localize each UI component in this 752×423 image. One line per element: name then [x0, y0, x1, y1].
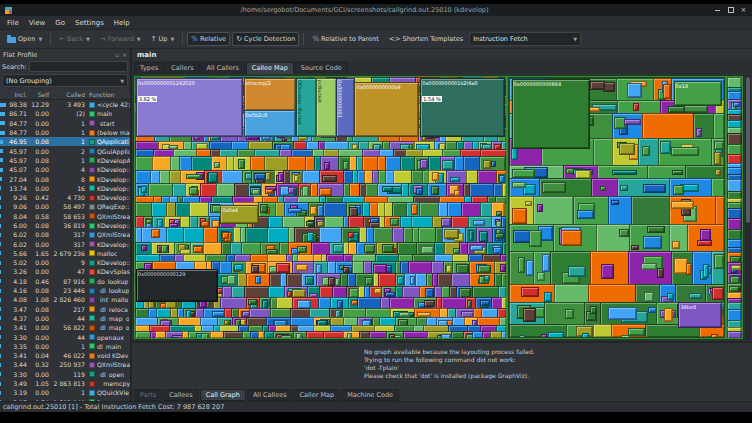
map-region[interactable]: QDevelop::Bucket — [296, 78, 317, 137]
map-cell[interactable] — [566, 324, 595, 338]
map-cell[interactable] — [296, 333, 302, 338]
map-cell[interactable] — [238, 159, 244, 169]
tab-machine-code[interactable]: Machine Code — [341, 389, 399, 401]
map-cell[interactable] — [499, 175, 506, 183]
map-cell[interactable] — [227, 275, 236, 285]
table-row[interactable]: 3.440.32250 937QXmlStrea — [0, 360, 130, 369]
map-cell[interactable] — [470, 245, 483, 250]
table-row[interactable]: 45.970.002QGuiApplic — [0, 146, 130, 155]
table-row[interactable]: 6.020.00317KDevelop:: — [0, 239, 130, 248]
map-cell[interactable] — [420, 159, 428, 170]
map-cell[interactable] — [151, 229, 160, 238]
map-cell[interactable] — [565, 309, 574, 319]
map-cell[interactable] — [643, 236, 662, 249]
map-cell[interactable] — [633, 103, 640, 111]
map-cell[interactable] — [641, 263, 657, 270]
map-cell[interactable] — [509, 178, 542, 198]
map-cell[interactable] — [509, 196, 535, 226]
map-region[interactable]: 0x0000000001 — [336, 78, 354, 137]
table-row[interactable]: 3.190.001QQuickVie — [0, 388, 130, 397]
scrollbar-thumb[interactable] — [746, 77, 750, 223]
map-cell[interactable] — [288, 187, 296, 194]
map-cell[interactable] — [523, 308, 535, 322]
map-cell[interactable] — [479, 276, 485, 284]
map-cell[interactable] — [631, 245, 639, 250]
map-cell[interactable] — [672, 170, 682, 176]
map-cell[interactable] — [696, 128, 702, 137]
map-cell[interactable] — [642, 113, 695, 140]
map-cell[interactable] — [590, 81, 606, 90]
map-cell[interactable] — [252, 189, 259, 195]
table-row[interactable]: 9.260.424 730KDevelop:: — [0, 193, 130, 202]
map-cell[interactable] — [348, 232, 354, 238]
map-cell[interactable] — [668, 106, 685, 114]
map-cell[interactable] — [715, 196, 725, 226]
map-cell[interactable] — [664, 308, 673, 322]
table-row[interactable]: 84.770.001(below main) — [0, 128, 130, 137]
map-cell[interactable] — [399, 312, 410, 317]
maximize-button[interactable] — [727, 7, 734, 14]
tab-caller-map[interactable]: Caller Map — [294, 389, 341, 401]
map-cell[interactable] — [509, 224, 555, 253]
map-cell[interactable] — [553, 224, 598, 253]
table-row[interactable]: 5.661.652 679 236malloc — [0, 249, 130, 258]
map-cell[interactable] — [444, 229, 459, 239]
column-incl[interactable]: Incl. — [0, 91, 29, 98]
map-cell[interactable] — [550, 251, 592, 286]
cycle-detection-toggle[interactable]: ↻ Cycle Detection — [232, 32, 299, 46]
map-cell[interactable] — [700, 229, 711, 242]
map-cell[interactable] — [628, 328, 645, 336]
map-cell[interactable] — [511, 147, 518, 160]
map-cell[interactable] — [658, 138, 714, 167]
map-cell[interactable] — [620, 185, 628, 191]
table-row[interactable]: 13.740.0016KDevelop:: — [0, 184, 130, 193]
grouping-combobox[interactable]: (No Grouping) ▼ — [2, 74, 128, 87]
map-cell[interactable] — [403, 331, 429, 338]
map-cell[interactable] — [450, 177, 461, 182]
map-cell[interactable] — [467, 300, 472, 308]
map-cell[interactable] — [687, 224, 725, 253]
map-cell[interactable] — [389, 334, 395, 338]
map-cell[interactable] — [713, 113, 725, 140]
map-cell[interactable] — [427, 331, 453, 338]
shorten-templates-toggle[interactable]: <> Shorten Templates — [385, 32, 467, 46]
map-region[interactable]: 0x5b2c8 — [244, 110, 296, 137]
map-cell[interactable] — [715, 169, 721, 176]
map-region[interactable]: 0x0000000000129 — [136, 269, 218, 301]
table-row[interactable]: 98.3812.293 493<cycle 42> — [0, 100, 130, 109]
column-self[interactable]: Self — [29, 91, 51, 98]
map-cell[interactable] — [711, 251, 724, 286]
search-input[interactable] — [29, 61, 128, 72]
open-button[interactable]: Open ▼ — [3, 32, 46, 46]
tab-callees[interactable]: Callees — [163, 389, 199, 401]
map-cell[interactable] — [647, 226, 665, 233]
map-region[interactable]: 34be8 — [678, 302, 721, 328]
map-cell[interactable] — [593, 324, 613, 338]
map-cell[interactable] — [473, 220, 484, 226]
map-cell[interactable] — [189, 187, 198, 195]
map-cell[interactable] — [222, 232, 229, 239]
map-cell[interactable] — [731, 265, 740, 270]
table-row[interactable]: 3.410.0446 022void KDev — [0, 351, 130, 360]
map-cell[interactable] — [432, 172, 439, 182]
map-cell[interactable] — [170, 337, 178, 338]
map-cell[interactable] — [672, 241, 680, 249]
map-cell[interactable] — [714, 254, 724, 269]
table-row[interactable]: 46.950.081QApplicati — [0, 137, 130, 146]
map-cell[interactable] — [643, 184, 666, 192]
map-cell[interactable] — [328, 277, 334, 285]
map-cell[interactable] — [642, 146, 651, 156]
map-cell[interactable] — [574, 337, 590, 338]
map-cell[interactable] — [711, 178, 725, 198]
map-cell[interactable] — [693, 113, 715, 140]
table-row[interactable]: 84.770.001_start — [0, 119, 130, 128]
map-cell[interactable] — [518, 257, 524, 272]
map-cell[interactable] — [493, 247, 502, 254]
map-cell[interactable] — [310, 206, 317, 215]
map-region[interactable]: 0x0a4 — [220, 205, 259, 224]
map-cell[interactable] — [500, 264, 506, 273]
map-cell[interactable] — [600, 302, 658, 326]
map-region[interactable]: 0x0000000001b2f4a01.54 % — [420, 78, 505, 137]
map-cell[interactable] — [667, 293, 674, 300]
map-cell[interactable] — [431, 186, 439, 195]
